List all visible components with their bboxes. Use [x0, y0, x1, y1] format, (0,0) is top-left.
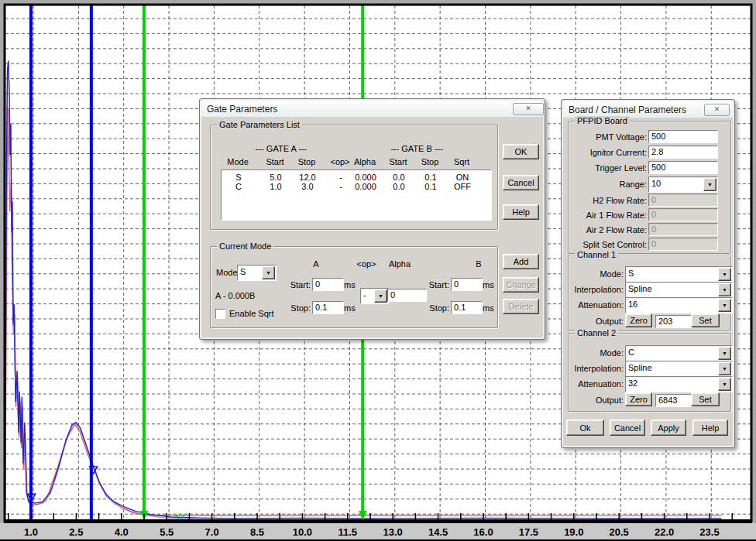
trigger-level-input[interactable]: 500	[648, 161, 718, 174]
help-button[interactable]: Help	[503, 204, 539, 220]
mode-label: Mode:	[216, 268, 240, 277]
b-stop-label: Stop:	[423, 303, 449, 313]
gate-list-row[interactable]: S5.012.0-0.0000.00.1ON	[222, 173, 491, 182]
current-mode-group: Current Mode Mode: S ▼ A - 0.000B Enable…	[210, 246, 498, 328]
x-axis-label: 19.0	[564, 526, 583, 538]
channel2-group: Channel 2 Mode: C ▼ Interpolation: Splin…	[568, 333, 731, 412]
channel1-interp-select[interactable]: Spline ▼	[625, 282, 733, 298]
x-axis-label: 8.5	[250, 526, 264, 538]
chevron-down-icon[interactable]: ▼	[718, 347, 731, 360]
ok-button[interactable]: Ok	[566, 419, 604, 436]
gate-dialog-titlebar[interactable]: Gate Parameters ✕	[201, 101, 543, 118]
cancel-button[interactable]: Cancel	[503, 175, 539, 190]
gate-list-row[interactable]: C1.03.0-0.0000.00.1OFF	[222, 182, 491, 191]
h2-flow-label: H2 Flow Rate:	[569, 196, 647, 205]
gate-list-group-caption: Gate Parameters List	[217, 120, 302, 129]
a-start-input[interactable]: 0	[312, 278, 344, 291]
col-a-header: A	[293, 259, 339, 269]
range-select[interactable]: 10 ▼	[648, 176, 718, 193]
gate-list[interactable]: S5.012.0-0.0000.00.1ONC1.03.0-0.0000.00.…	[221, 169, 492, 221]
enable-sqrt-checkbox[interactable]	[215, 309, 225, 319]
channel2-atten-label: Attenuation:	[569, 379, 624, 389]
channel1-atten-select[interactable]: 16 ▼	[625, 297, 733, 313]
channel2-output-input[interactable]: 6843	[655, 394, 693, 407]
air1-flow-input: 0	[648, 208, 718, 221]
x-axis-label: 23.5	[699, 526, 719, 538]
chevron-down-icon[interactable]: ▼	[703, 178, 716, 191]
x-axis-label: 22.0	[655, 526, 674, 538]
channel1-mode-select[interactable]: S ▼	[625, 266, 733, 282]
op-select[interactable]: - ▼	[360, 288, 389, 304]
x-axis-label: 10.0	[293, 526, 312, 538]
help-button[interactable]: Help	[692, 419, 728, 436]
x-axis-label: 1.0	[24, 526, 38, 538]
chevron-down-icon[interactable]: ▼	[718, 283, 731, 296]
channel1-interp-label: Interpolation:	[569, 285, 624, 294]
b-stop-unit: ms	[483, 303, 494, 313]
channel1-set-button[interactable]: Set	[691, 313, 720, 327]
b-start-unit: ms	[483, 280, 494, 289]
col-alpha-header: Alpha	[376, 259, 423, 269]
board-dialog-title: Board / Channel Parameters	[569, 104, 686, 115]
split-set-input: 0	[648, 238, 718, 251]
gate-list-column-header: Sqrt	[440, 157, 483, 166]
a-stop-unit: ms	[344, 303, 356, 313]
ok-button[interactable]: OK	[503, 144, 539, 159]
chevron-down-icon[interactable]: ▼	[718, 268, 731, 281]
b-start-input[interactable]: 0	[451, 278, 483, 291]
channel2-interp-select[interactable]: Spline ▼	[625, 361, 733, 377]
a-start-unit: ms	[344, 280, 356, 289]
b-stop-input[interactable]: 0.1	[451, 301, 483, 314]
mode-select[interactable]: S ▼	[237, 265, 277, 281]
x-axis-label: 7.0	[205, 526, 219, 538]
trigger-level-label: Trigger Level:	[569, 163, 647, 173]
cancel-button[interactable]: Cancel	[610, 419, 645, 436]
close-icon[interactable]: ✕	[513, 103, 544, 115]
formula-label: A - 0.000B	[215, 291, 255, 300]
air1-flow-label: Air 1 Flow Rate:	[569, 211, 647, 220]
channel2-atten-select[interactable]: 32 ▼	[625, 376, 733, 392]
split-set-label: Split Set Control:	[569, 240, 647, 249]
ignitor-current-label: Ignitor Current:	[569, 148, 647, 157]
col-b-header: B	[455, 259, 502, 269]
air2-flow-input: 0	[648, 223, 718, 236]
chevron-down-icon[interactable]: ▼	[718, 362, 731, 375]
x-axis-label: 5.5	[160, 526, 174, 538]
chevron-down-icon[interactable]: ▼	[718, 378, 731, 391]
gate-list-cell: OFF	[441, 182, 484, 191]
board-channel-dialog: Board / Channel Parameters ✕ PFPID Board…	[561, 99, 735, 448]
x-axis-label: 20.5	[610, 526, 629, 538]
gate-dialog-title: Gate Parameters	[207, 104, 277, 115]
channel2-output-label: Output:	[569, 395, 624, 405]
channel2-zero-button[interactable]: Zero	[625, 392, 652, 406]
enable-sqrt-label: Enable Sqrt	[229, 309, 273, 318]
channel2-interp-label: Interpolation:	[569, 364, 624, 373]
chevron-down-icon[interactable]: ▼	[374, 289, 387, 303]
close-icon[interactable]: ✕	[704, 104, 730, 116]
b-start-label: Start:	[423, 280, 449, 289]
channel2-mode-label: Mode:	[569, 348, 624, 358]
channel1-atten-label: Attenuation:	[569, 300, 624, 310]
channel2-set-button[interactable]: Set	[691, 392, 720, 406]
gate-list-cell: ON	[441, 173, 484, 182]
pfpid-board-group: PFPID Board PMT Voltage: 500 Ignitor Cur…	[568, 121, 731, 254]
apply-button[interactable]: Apply	[651, 419, 686, 436]
screen: 1.02.54.05.57.08.510.011.513.014.516.017…	[0, 0, 756, 541]
a-stop-input[interactable]: 0.1	[312, 301, 344, 314]
current-mode-caption: Current Mode	[217, 241, 273, 251]
channel1-zero-button[interactable]: Zero	[625, 313, 652, 327]
add-button[interactable]: Add	[503, 254, 539, 269]
x-axis-label: 13.0	[383, 526, 403, 538]
chevron-down-icon[interactable]: ▼	[718, 299, 731, 312]
channel1-output-input[interactable]: 203	[655, 315, 693, 328]
channel1-mode-label: Mode:	[569, 269, 624, 279]
gate-a-header: --- GATE A ---	[242, 144, 320, 153]
change-button: Change	[503, 277, 539, 293]
chevron-down-icon[interactable]: ▼	[262, 266, 275, 279]
ignitor-current-input[interactable]: 2.8	[648, 146, 718, 159]
pmt-voltage-input[interactable]: 500	[648, 130, 718, 143]
channel2-mode-select[interactable]: C ▼	[625, 345, 733, 361]
channel1-group: Channel 1 Mode: S ▼ Interpolation: Splin…	[568, 255, 731, 331]
air2-flow-label: Air 2 Flow Rate:	[569, 225, 647, 235]
alpha-input[interactable]: 0	[387, 289, 427, 302]
